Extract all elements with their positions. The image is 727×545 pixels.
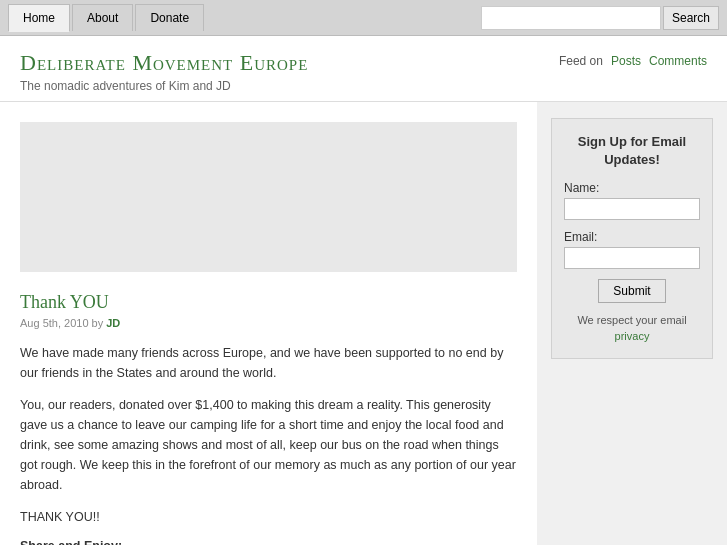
- share-enjoy-label: Share and Enjoy:: [20, 539, 517, 545]
- content-area: Thank YOU Aug 5th, 2010 by JD We have ma…: [0, 102, 727, 545]
- site-title[interactable]: Deliberate Movement Europe: [20, 50, 308, 76]
- name-input[interactable]: [564, 198, 700, 220]
- site-branding: Deliberate Movement Europe The nomadic a…: [20, 50, 308, 93]
- post-author-link[interactable]: JD: [106, 317, 120, 329]
- privacy-link[interactable]: privacy: [564, 329, 700, 344]
- post-paragraph-1: We have made many friends across Europe,…: [20, 343, 517, 383]
- email-signup-box: Sign Up for Email Updates! Name: Email: …: [551, 118, 713, 359]
- posts-feed-link[interactable]: Posts: [611, 54, 641, 68]
- main-content: Thank YOU Aug 5th, 2010 by JD We have ma…: [0, 102, 537, 545]
- post-date: Aug 5th, 2010 by: [20, 317, 103, 329]
- privacy-text: We respect your email privacy: [564, 313, 700, 344]
- site-header: Deliberate Movement Europe The nomadic a…: [0, 36, 727, 102]
- sidebar: Sign Up for Email Updates! Name: Email: …: [537, 102, 727, 545]
- email-signup-title: Sign Up for Email Updates!: [564, 133, 700, 169]
- submit-button[interactable]: Submit: [598, 279, 665, 303]
- name-label: Name:: [564, 181, 700, 195]
- feed-area: Feed on Posts Comments: [559, 54, 707, 68]
- comments-feed-link[interactable]: Comments: [649, 54, 707, 68]
- nav-tab-donate[interactable]: Donate: [135, 4, 204, 31]
- nav-tab-about[interactable]: About: [72, 4, 133, 31]
- main-wrapper: Deliberate Movement Europe The nomadic a…: [0, 36, 727, 545]
- nav-bar: Home About Donate Search: [0, 0, 727, 36]
- post-paragraph-3: THANK YOU!!: [20, 507, 517, 527]
- feed-label: Feed on: [559, 54, 603, 68]
- site-subtitle: The nomadic adventures of Kim and JD: [20, 79, 308, 93]
- search-area: Search: [481, 6, 719, 30]
- post-paragraph-2: You, our readers, donated over $1,400 to…: [20, 395, 517, 495]
- post-meta: Aug 5th, 2010 by JD: [20, 317, 517, 329]
- search-button[interactable]: Search: [663, 6, 719, 30]
- nav-tab-home[interactable]: Home: [8, 4, 70, 32]
- post-title[interactable]: Thank YOU: [20, 292, 517, 313]
- search-input[interactable]: [481, 6, 661, 30]
- email-label: Email:: [564, 230, 700, 244]
- image-placeholder: [20, 122, 517, 272]
- email-input[interactable]: [564, 247, 700, 269]
